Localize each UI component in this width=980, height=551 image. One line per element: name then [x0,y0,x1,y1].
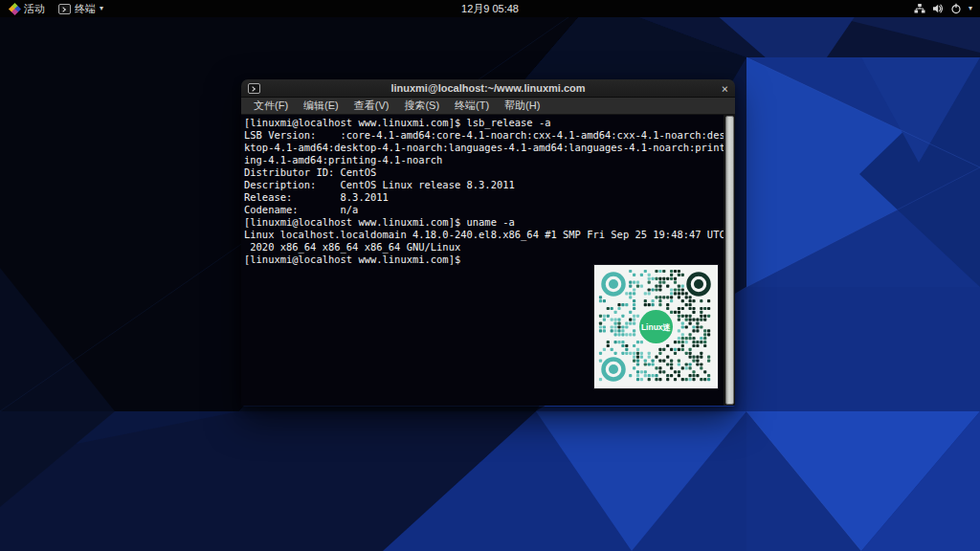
terminal-line: 2020 x86_64 x86_64 x86_64 GNU/Linux [244,241,723,253]
menu-view[interactable]: 查看(V) [347,97,396,115]
terminal-output: [linuxmi@localhost www.linuxmi.com]$ lsb… [244,117,723,266]
terminal-line: Codename: n/a [244,204,723,216]
window-titlebar[interactable]: linuxmi@localhost:~/www.linuxmi.com × [241,79,735,98]
volume-icon [932,3,944,14]
terminal-line: ktop-4.1-amd64:desktop-4.1-noarch:langua… [244,142,723,154]
chevron-down-icon: ▾ [969,5,972,12]
menu-search[interactable]: 搜索(S) [397,97,446,115]
terminal-line: ing-4.1-amd64:printing-4.1-noarch [244,154,723,166]
scrollbar-trough [724,115,735,406]
menu-file[interactable]: 文件(F) [247,97,295,115]
desktop: { "topbar": { "activities_label": "活动", … [0,0,980,551]
qr-finder-dot-top-right [694,279,703,289]
activities-label: 活动 [24,2,45,16]
window-title: linuxmi@localhost:~/www.linuxmi.com [241,82,735,94]
qr-finder-dot-top-left [609,279,618,289]
menu-terminal[interactable]: 终端(T) [448,97,496,115]
centos-logo-icon [10,4,20,14]
terminal-line: Distributor ID: CentOS [244,166,723,179]
chevron-down-icon: ▾ [100,5,103,12]
menu-edit[interactable]: 编辑(E) [297,97,345,115]
scrollbar-thumb[interactable] [725,116,734,405]
terminal-window-icon [248,83,260,94]
terminal-line: Linux localhost.localdomain 4.18.0-240.e… [244,229,723,241]
terminal-line: LSB Version: :core-4.1-amd64:core-4.1-no… [244,129,723,142]
menu-help[interactable]: 帮助(H) [498,97,546,115]
terminal-window: linuxmi@localhost:~/www.linuxmi.com × 文件… [241,79,735,407]
system-menu-button[interactable]: ▾ [910,0,976,17]
gnome-top-bar: 活动 终端 ▾ 12月9 05:48 ▾ [0,0,980,17]
terminal-line: Description: CentOS Linux release 8.3.20… [244,179,723,191]
terminal-screen[interactable]: [linuxmi@localhost www.linuxmi.com]$ lsb… [241,115,735,406]
terminal-line: [linuxmi@localhost www.linuxmi.com]$ una… [244,216,723,229]
power-icon [950,3,962,14]
qr-finder-dot-bottom-left [609,364,618,374]
terminal-menubar: 文件(F) 编辑(E) 查看(V) 搜索(S) 终端(T) 帮助(H) [241,98,735,115]
activities-button[interactable]: 活动 [6,0,49,17]
terminal-line: Release: 8.3.2011 [244,191,723,204]
app-menu-button[interactable]: 终端 ▾ [55,0,107,17]
network-icon [914,3,925,14]
qr-code-image: Linux迷 [594,265,718,388]
app-menu-label: 终端 [75,2,96,16]
clock-button[interactable]: 12月9 05:48 [461,0,519,17]
terminal-line: [linuxmi@localhost www.linuxmi.com]$ lsb… [244,117,723,129]
close-button[interactable]: × [722,79,728,98]
qr-center-label: Linux迷 [641,322,672,332]
terminal-app-icon [58,4,71,14]
